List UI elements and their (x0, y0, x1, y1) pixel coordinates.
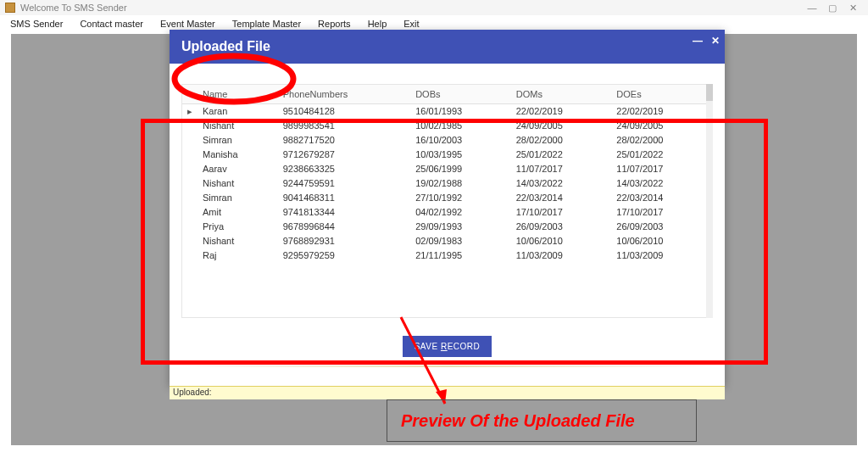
annotation-highlight-box (141, 119, 768, 365)
app-icon (5, 3, 15, 13)
annotation-caption-box: Preview Of the Uploaded File (387, 399, 697, 442)
status-label: Uploaded: (173, 388, 212, 397)
window-title: Welcome To SMS Sender (20, 3, 127, 13)
scrollbar-thumb[interactable] (706, 84, 713, 101)
menu-item-contact-master[interactable]: Contact master (73, 17, 150, 31)
status-bar: Uploaded: (170, 386, 725, 399)
window-titlebar: Welcome To SMS Sender — ▢ ✕ (0, 0, 868, 15)
row-marker: ▸ (182, 103, 198, 119)
dialog-minimize-icon[interactable]: — (693, 35, 703, 47)
maximize-button[interactable]: ▢ (822, 3, 843, 14)
table-row[interactable]: ▸Karan951048412816/01/199322/02/201922/0… (182, 103, 712, 119)
menu-item-reports[interactable]: Reports (311, 17, 358, 31)
cell[interactable]: Karan (198, 103, 278, 119)
dialog-title: Uploaded File (181, 39, 270, 54)
divider-line (181, 366, 713, 367)
dialog-header: Uploaded File — ✕ (170, 30, 725, 64)
col-dom[interactable]: DOMs (511, 85, 612, 103)
cell[interactable]: 9510484128 (278, 103, 410, 119)
cell[interactable]: 22/02/2019 (611, 103, 712, 119)
col-dob[interactable]: DOBs (410, 85, 511, 103)
col-doe[interactable]: DOEs (611, 85, 712, 103)
col-phone[interactable]: PhoneNumbers (278, 85, 410, 103)
cell[interactable]: 22/02/2019 (511, 103, 612, 119)
menu-item-sms-sender[interactable]: SMS Sender (3, 17, 70, 31)
cell[interactable]: 16/01/1993 (410, 103, 511, 119)
close-button[interactable]: ✕ (843, 3, 863, 14)
annotation-caption: Preview Of the Uploaded File (401, 411, 635, 431)
dialog-close-icon[interactable]: ✕ (711, 35, 720, 47)
menu-item-help[interactable]: Help (361, 17, 394, 31)
menu-item-exit[interactable]: Exit (397, 17, 426, 31)
table-header-row: Name PhoneNumbers DOBs DOMs DOEs (182, 85, 712, 103)
col-name[interactable]: Name (198, 85, 278, 103)
menu-item-event-master[interactable]: Event Master (153, 17, 222, 31)
minimize-button[interactable]: — (802, 3, 822, 13)
menu-item-template-master[interactable]: Template Master (225, 17, 308, 31)
